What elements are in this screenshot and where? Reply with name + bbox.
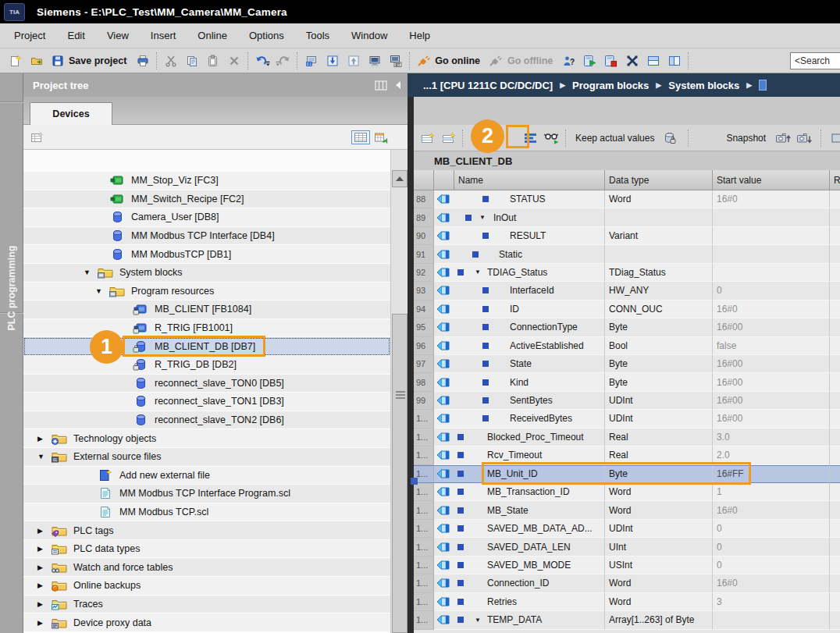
load-without-reinit-icon[interactable]	[659, 128, 680, 148]
name-cell[interactable]: InterfaceId	[454, 282, 605, 300]
breadcrumb-item[interactable]: ...1 [CPU 1211C DC/DC/DC]	[423, 80, 553, 91]
retain-cell[interactable]	[830, 355, 840, 373]
go-offline-plug-icon[interactable]	[486, 51, 507, 71]
start-value-cell[interactable]: 16#00	[713, 355, 830, 373]
data-type-cell[interactable]	[605, 245, 713, 263]
tree-item[interactable]: ▶ PLC data types	[23, 540, 390, 559]
data-type-cell[interactable]: Variant	[605, 227, 713, 245]
menu-project[interactable]: Project	[3, 30, 56, 41]
data-type-cell[interactable]: Word	[605, 574, 713, 592]
data-type-cell[interactable]: Bool	[605, 337, 713, 355]
retain-cell[interactable]	[830, 446, 840, 464]
data-type-cell[interactable]: Byte	[605, 355, 713, 373]
retain-cell[interactable]	[830, 392, 840, 410]
go-online-plug-icon[interactable]	[413, 51, 434, 71]
tree-item[interactable]: MM Modbus TCP Interface Program.scl	[23, 485, 390, 503]
tree-item[interactable]: MB_CLIENT [FB1084]	[23, 300, 390, 319]
name-cell[interactable]: SAVED_MB_MODE	[454, 557, 605, 574]
table-row[interactable]: 95 ConnectionType Byte 16#00	[414, 318, 840, 336]
tree-item[interactable]: MM ModbusTCP [DB1]	[23, 245, 390, 264]
start-value-cell[interactable]: 0	[713, 282, 830, 300]
menu-window[interactable]: Window	[340, 30, 398, 41]
tree-item[interactable]: ▼ System blocks	[23, 264, 390, 283]
data-type-cell[interactable]: HW_ANY	[605, 282, 713, 300]
retain-cell[interactable]	[830, 227, 840, 245]
table-row[interactable]: 1... SAVED_DATA_LEN UInt 0	[414, 538, 840, 556]
retain-cell[interactable]	[830, 593, 840, 611]
retain-cell[interactable]	[830, 611, 840, 629]
menu-help[interactable]: Help	[398, 30, 441, 41]
tree-item[interactable]: ▶ Online backups	[23, 577, 390, 596]
tree-item[interactable]: Camera_User [DB8]	[23, 208, 390, 227]
start-value-cell[interactable]: 3	[713, 593, 830, 611]
header-name[interactable]: Name	[454, 170, 605, 190]
split-horizontal-icon[interactable]	[642, 51, 664, 71]
retain-cell[interactable]	[830, 337, 840, 355]
start-value-cell[interactable]: 0	[713, 538, 830, 556]
keep-actual-values-button[interactable]: Keep actual values	[575, 133, 654, 144]
expander-icon[interactable]: ▼	[37, 453, 52, 461]
expander-icon[interactable]: ▶	[37, 600, 52, 608]
diagnostics-icon[interactable]: ?	[558, 51, 579, 71]
table-row[interactable]: 91 Static	[414, 245, 840, 263]
table-row[interactable]: 97 State Byte 16#00	[414, 355, 840, 373]
tree-item[interactable]: ▶ Technology objects	[23, 429, 390, 448]
name-cell[interactable]: ID	[454, 300, 605, 318]
menu-tools[interactable]: Tools	[295, 30, 340, 41]
expander-icon[interactable]: ▼	[95, 287, 109, 295]
tree-item[interactable]: ▶ Device proxy data	[23, 613, 390, 632]
retain-cell[interactable]	[830, 300, 840, 318]
stop-cpu-icon[interactable]	[600, 51, 621, 71]
snapshot-download-icon[interactable]	[793, 128, 814, 148]
name-cell[interactable]: SAVED_MB_DATA_AD...	[454, 520, 605, 538]
table-row[interactable]: 1... SAVED_MB_MODE USInt 0	[414, 557, 840, 574]
retain-cell[interactable]	[830, 282, 840, 300]
start-value-cell[interactable]: 16#00	[713, 392, 830, 410]
start-value-cell[interactable]	[713, 227, 830, 245]
name-cell[interactable]: ActiveEstablished	[454, 337, 605, 355]
upload-from-device-icon[interactable]	[343, 51, 364, 71]
start-value-cell[interactable]	[713, 611, 830, 629]
header-data-type[interactable]: Data type	[605, 170, 713, 190]
configure-view-icon[interactable]	[374, 131, 389, 144]
tree-item[interactable]: MM_Switch_Recipe [FC2]	[23, 190, 390, 209]
plc-programming-tab[interactable]: PLC programming	[0, 190, 23, 386]
table-row[interactable]: 1... Retries Word 3	[414, 593, 840, 611]
snapshot-upload-icon[interactable]	[772, 128, 793, 148]
retain-cell[interactable]	[830, 208, 840, 226]
runtime-simulation-icon[interactable]: RT	[385, 51, 406, 71]
expand-arrow-icon[interactable]: ▼	[473, 617, 482, 624]
table-row[interactable]: 92 ▼ TDIAG_Status TDiag_Status	[414, 264, 840, 282]
split-vertical-icon[interactable]	[664, 51, 685, 71]
table-row[interactable]: 99 SentBytes UDInt 16#00	[414, 392, 840, 410]
collapse-panel-icon[interactable]	[393, 80, 403, 90]
paste-icon[interactable]	[202, 51, 223, 71]
name-cell[interactable]: Retries	[454, 593, 605, 611]
name-cell[interactable]: ▼ TDIAG_Status	[454, 264, 605, 282]
expander-icon[interactable]: ▶	[37, 619, 52, 627]
retain-cell[interactable]	[830, 483, 840, 501]
retain-cell[interactable]	[830, 190, 840, 208]
data-type-cell[interactable]: TDiag_Status	[605, 264, 713, 282]
start-value-cell[interactable]: false	[713, 337, 830, 355]
start-value-cell[interactable]: 16#00	[713, 410, 830, 428]
data-type-cell[interactable]: CONN_OUC	[605, 300, 713, 318]
name-cell[interactable]: SentBytes	[454, 392, 605, 410]
table-row[interactable]: 1... Connection_ID Word 16#0	[414, 574, 840, 592]
name-cell[interactable]: ConnectionType	[454, 318, 605, 336]
panel-toggle-icon[interactable]	[375, 80, 387, 91]
tree-item[interactable]: MM_Stop_Viz [FC3]	[23, 172, 390, 190]
retain-cell[interactable]	[830, 429, 840, 446]
retain-cell[interactable]	[830, 520, 840, 538]
data-type-cell[interactable]: Word	[605, 501, 713, 519]
tree-item[interactable]: R_TRIG [FB1001]	[23, 319, 390, 338]
monitor-all-icon[interactable]	[541, 128, 562, 148]
start-value-cell[interactable]: 1	[713, 483, 830, 501]
clipped-toolbar-icon[interactable]	[824, 128, 840, 148]
tree-item[interactable]: ▶ Traces	[23, 596, 390, 614]
menu-online[interactable]: Online	[187, 30, 238, 41]
start-value-cell[interactable]: 16#00	[713, 318, 830, 336]
tree-item[interactable]: reconnect_slave_TON0 [DB5]	[23, 375, 390, 393]
name-cell[interactable]: Static	[454, 245, 605, 263]
tree-item[interactable]: R_TRIG_DB [DB2]	[23, 356, 390, 375]
